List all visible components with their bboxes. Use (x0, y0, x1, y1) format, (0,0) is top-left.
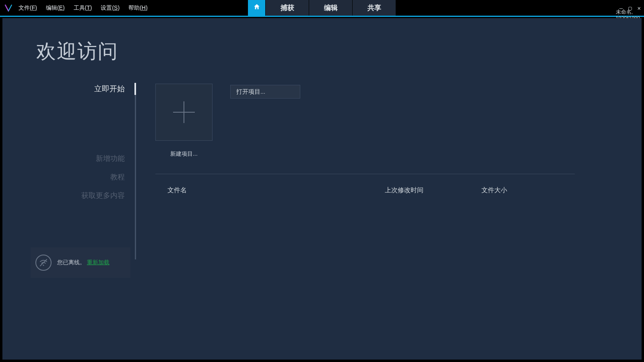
title-bar: 文件(F) 编辑(E) 工具(T) 设置(S) 帮助(H) 捕获 编辑 共享 —… (0, 0, 644, 17)
menu-tools[interactable]: 工具(T) (74, 4, 92, 12)
offline-text: 您已离线。 重新加载 (57, 259, 109, 267)
column-size[interactable]: 文件大小 (481, 186, 546, 195)
mode-tabs: 捕获 编辑 共享 (248, 0, 396, 16)
column-modified[interactable]: 上次修改时间 (385, 186, 481, 195)
offline-notice: 您已离线。 重新加载 (31, 247, 130, 278)
separator (155, 174, 575, 174)
nav-get-more[interactable]: 获取更多内容 (81, 191, 125, 200)
svg-point-0 (43, 265, 44, 266)
new-project-label: 新建项目... (170, 150, 198, 158)
side-nav: 立即开始 新增功能 教程 获取更多内容 (31, 82, 136, 276)
home-icon (253, 3, 260, 12)
menu-file[interactable]: 文件(F) (19, 4, 37, 12)
column-filename[interactable]: 文件名 (155, 186, 385, 195)
content-area: 新建项目... 打开项目... 文件名 上次修改时间 文件大小 (155, 84, 621, 195)
new-project-tile[interactable]: 新建项目... (155, 84, 213, 158)
reload-link[interactable]: 重新加载 (87, 259, 109, 265)
nav-tutorials[interactable]: 教程 (110, 172, 125, 182)
app-logo-icon (4, 4, 13, 12)
file-list-header: 文件名 上次修改时间 文件大小 (155, 186, 575, 195)
main-area: 欢迎访问 立即开始 新增功能 教程 获取更多内容 您已离线。 重新加载 (2, 18, 642, 360)
menu-settings[interactable]: 设置(S) (101, 4, 120, 12)
nav-whats-new[interactable]: 新增功能 (96, 154, 125, 163)
nav-start-now[interactable]: 立即开始 (94, 84, 125, 94)
side-divider-active (134, 83, 136, 95)
plus-icon (173, 101, 195, 123)
side-divider (135, 84, 136, 259)
page-title: 欢迎访问 (36, 38, 118, 65)
menu-help[interactable]: 帮助(H) (128, 4, 147, 12)
titlebar-right: — ▢ ✕ 未命名, 1920*1080 (617, 0, 641, 16)
menu-edit[interactable]: 编辑(E) (46, 4, 65, 12)
offline-icon (35, 255, 52, 271)
tab-share[interactable]: 共享 (353, 0, 396, 16)
tab-capture[interactable]: 捕获 (266, 0, 309, 16)
open-project-button[interactable]: 打开项目... (230, 85, 300, 99)
tab-edit[interactable]: 编辑 (309, 0, 353, 16)
new-project-box[interactable] (155, 84, 213, 141)
menu-bar: 文件(F) 编辑(E) 工具(T) 设置(S) 帮助(H) (19, 4, 148, 12)
tab-home[interactable] (248, 0, 266, 16)
